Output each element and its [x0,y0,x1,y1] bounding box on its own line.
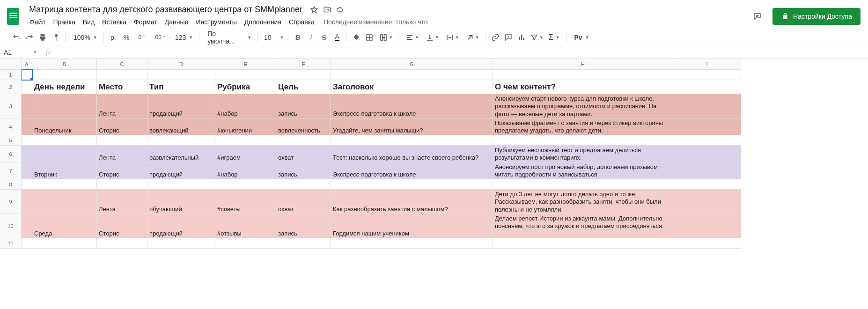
col-header-B[interactable]: B [32,59,97,70]
cell-I2[interactable] [673,80,741,94]
cell-D9[interactable]: обучающий [147,190,215,214]
cell-A8[interactable] [22,179,32,190]
cell-D2[interactable]: Тип [147,80,215,94]
menu-вставка[interactable]: Вставка [99,16,130,28]
share-button[interactable]: Настройки Доступа [772,8,861,25]
cell-I5[interactable] [673,135,741,146]
row-header-5[interactable]: 5 [0,135,22,146]
row-header-7[interactable]: 7 [0,162,22,179]
cell-F4[interactable]: вовлеченность [276,118,331,135]
font-size-select[interactable]: 10▼ [261,31,285,44]
cell-I10[interactable] [673,214,741,238]
cell-I1[interactable] [673,70,741,80]
cell-C3[interactable]: Лента [97,94,147,118]
cell-A4[interactable] [22,118,32,135]
cell-F8[interactable] [276,179,331,190]
cell-F5[interactable] [276,135,331,146]
comments-button[interactable] [748,7,767,26]
cell-H1[interactable] [493,70,673,80]
decrease-decimal-button[interactable]: .0← [133,31,149,44]
row-header-9[interactable]: 9 [0,190,22,214]
cell-F6[interactable]: охват [276,146,331,162]
cell-C11[interactable] [97,238,147,249]
cell-H9[interactable]: Дети до 3 лет не могут долго делать одно… [493,190,673,214]
doc-title[interactable]: Матрица контента для детского развивающе… [26,4,305,15]
cell-D1[interactable] [147,70,215,80]
cell-A7[interactable] [22,162,32,179]
cell-B6[interactable] [32,146,97,162]
row-header-3[interactable]: 3 [0,94,22,118]
cell-C6[interactable]: Лента [97,146,147,162]
row-header-10[interactable]: 10 [0,214,22,238]
redo-button[interactable] [23,31,36,44]
bold-button[interactable]: B [292,31,304,44]
cell-B5[interactable] [32,135,97,146]
cell-D8[interactable] [147,179,215,190]
menu-инструменты[interactable]: Инструменты [192,16,240,28]
fill-color-button[interactable] [350,31,362,44]
wrap-button[interactable]: ▼ [443,31,462,44]
cell-F1[interactable] [276,70,331,80]
cell-H6[interactable]: Публикуем несложный тест и предлагаем де… [493,146,673,162]
cell-I7[interactable] [673,162,741,179]
cell-H7[interactable]: Анонсируем пост про новый набор, дополня… [493,162,673,179]
cell-C7[interactable]: Сторис [97,162,147,179]
cell-B1[interactable] [32,70,97,80]
select-all-corner[interactable] [0,59,22,70]
functions-button[interactable]: Σ▼ [546,31,563,44]
cell-A6[interactable] [22,146,32,162]
cell-F2[interactable]: Цель [276,80,331,94]
cell-B11[interactable] [32,238,97,249]
cell-I11[interactable] [673,238,741,249]
menu-данные[interactable]: Данные [162,16,192,28]
number-format-select[interactable]: 123▼ [170,31,196,44]
cell-H4[interactable]: Показываем фрагмент с занятия и через ст… [493,118,673,135]
last-edit-link[interactable]: Последнее изменение: только что [324,18,428,26]
cell-G4[interactable]: Угадайте, чем заняты малыши? [331,118,493,135]
cell-D11[interactable] [147,238,215,249]
more-tools-button[interactable]: Pv▼ [570,31,592,44]
cell-B8[interactable] [32,179,97,190]
row-header-2[interactable]: 2 [0,80,22,94]
filter-button[interactable]: ▼ [529,31,545,44]
zoom-select[interactable]: 100%▼ [69,31,100,44]
col-header-D[interactable]: D [147,59,215,70]
cell-G5[interactable] [331,135,493,146]
col-header-A[interactable]: A [22,59,32,70]
row-header-4[interactable]: 4 [0,118,22,135]
cell-B4[interactable]: Понедельник [32,118,97,135]
cloud-status-icon[interactable] [336,6,345,14]
col-header-F[interactable]: F [276,59,331,70]
italic-button[interactable]: I [305,31,317,44]
cell-I4[interactable] [673,118,741,135]
cell-F10[interactable]: запись [276,214,331,238]
menu-справка[interactable]: Справка [286,16,318,28]
cell-D4[interactable]: вовлекающий [147,118,215,135]
cell-I8[interactable] [673,179,741,190]
cell-D6[interactable]: развлекательный [147,146,215,162]
cell-C1[interactable] [97,70,147,80]
cell-B2[interactable]: День недели [32,80,97,94]
col-header-G[interactable]: G [331,59,493,70]
cell-D7[interactable]: продающий [147,162,215,179]
menu-формат[interactable]: Формат [131,16,161,28]
cell-H11[interactable] [493,238,673,249]
cell-F7[interactable]: запись [276,162,331,179]
row-header-8[interactable]: 8 [0,179,22,190]
cell-G11[interactable] [331,238,493,249]
cell-G7[interactable]: Экспресс-подготовка к школе [331,162,493,179]
percent-button[interactable]: % [120,31,132,44]
sheets-logo[interactable] [4,7,22,26]
cell-C8[interactable] [97,179,147,190]
col-header-E[interactable]: E [215,59,276,70]
cell-C2[interactable]: Место [97,80,147,94]
cell-C10[interactable]: Сторис [97,214,147,238]
cell-E6[interactable]: #играем [215,146,276,162]
paint-format-button[interactable] [50,31,62,44]
cell-A11[interactable] [22,238,32,249]
cell-G2[interactable]: Заголовок [331,80,493,94]
col-header-C[interactable]: C [97,59,147,70]
col-header-H[interactable]: H [493,59,673,70]
cell-G9[interactable]: Как разнообразить занятия с малышом? [331,190,493,214]
cell-C9[interactable]: Лента [97,190,147,214]
